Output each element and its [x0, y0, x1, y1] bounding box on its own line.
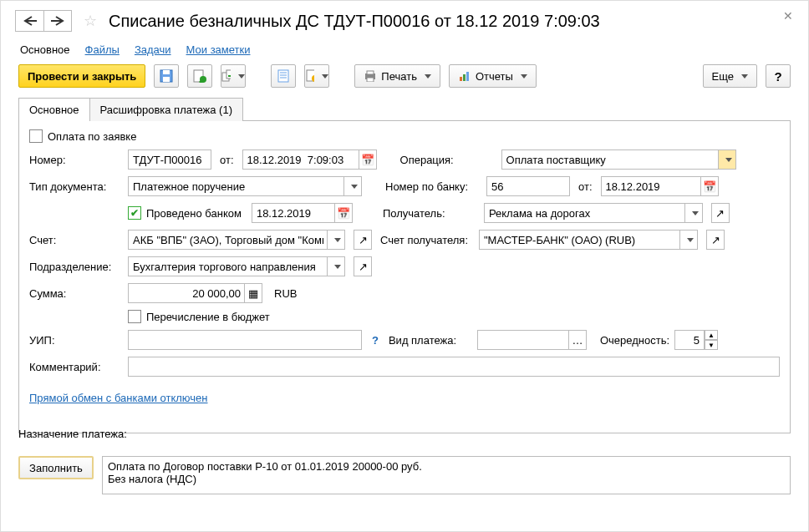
svg-point-6	[200, 76, 206, 83]
bank-done-checkbox[interactable]	[128, 206, 141, 220]
arrow-left-icon	[23, 16, 38, 26]
pay-type-input[interactable]	[477, 330, 569, 350]
arrow-right-icon	[50, 16, 65, 26]
tab-details[interactable]: Расшифровка платежа (1)	[89, 98, 243, 121]
attach-button[interactable]	[304, 64, 329, 88]
calendar-icon[interactable]: 📅	[359, 149, 377, 170]
subnav-tasks[interactable]: Задачи	[135, 43, 171, 56]
svg-rect-9	[278, 70, 288, 82]
pay-by-request-label: Оплата по заявке	[48, 130, 136, 143]
sum-input[interactable]	[128, 283, 245, 303]
recipient-acc-label: Счет получателя:	[380, 234, 474, 246]
svg-rect-17	[367, 78, 374, 82]
pay-type-label: Вид платежа:	[389, 334, 472, 347]
tab-main[interactable]: Основное	[18, 98, 90, 121]
post-button[interactable]	[187, 64, 212, 88]
bank-date-input[interactable]	[601, 176, 701, 196]
favorite-icon[interactable]: ☆	[84, 12, 97, 30]
purpose-textarea[interactable]	[102, 456, 791, 494]
number-input[interactable]	[128, 149, 211, 170]
more-button[interactable]: Еще	[703, 64, 757, 88]
post-icon	[193, 69, 206, 83]
list-button[interactable]	[271, 64, 296, 88]
svg-rect-3	[163, 70, 170, 74]
pay-by-request-checkbox[interactable]	[29, 129, 43, 143]
currency-label: RUB	[274, 287, 297, 300]
link-docs-icon	[221, 69, 231, 83]
bank-no-label: Номер по банку:	[385, 180, 481, 193]
svg-rect-4	[163, 77, 170, 82]
fill-button[interactable]: Заполнить	[18, 456, 94, 479]
dept-label: Подразделение:	[29, 261, 123, 273]
dept-input[interactable]	[128, 256, 328, 276]
recipient-acc-input[interactable]	[479, 230, 680, 250]
purpose-label: Назначение платежа:	[18, 428, 127, 440]
bank-date-calendar-icon[interactable]: 📅	[700, 176, 719, 196]
svg-rect-20	[466, 72, 469, 81]
recipient-input[interactable]	[484, 203, 685, 223]
close-icon[interactable]: ✕	[783, 9, 793, 23]
recipient-acc-dropdown-icon[interactable]	[679, 230, 698, 250]
account-dropdown-icon[interactable]	[327, 230, 345, 250]
from-label-1: от:	[220, 154, 234, 166]
recipient-open-icon[interactable]: ↗	[711, 203, 730, 223]
attach-icon	[305, 69, 314, 83]
recipient-label: Получатель:	[383, 207, 479, 220]
subnav-notes[interactable]: Мои заметки	[186, 43, 251, 56]
svg-rect-19	[463, 74, 466, 81]
dept-open-icon[interactable]: ↗	[354, 256, 372, 276]
from-label-2: от:	[578, 180, 593, 193]
bank-done-calendar-icon[interactable]: 📅	[334, 203, 353, 223]
priority-down-icon[interactable]: ▼	[705, 340, 718, 350]
priority-up-icon[interactable]: ▲	[705, 330, 718, 340]
uip-label: УИП:	[29, 334, 123, 347]
subnav-files[interactable]: Файлы	[85, 43, 120, 56]
number-label: Номер:	[29, 154, 123, 166]
post-and-close-button[interactable]: Провести и закрыть	[18, 64, 145, 88]
priority-input[interactable]	[674, 330, 705, 350]
print-button[interactable]: Печать	[354, 64, 440, 88]
doctype-dropdown-icon[interactable]	[343, 176, 362, 196]
datetime-input[interactable]	[242, 149, 359, 170]
bank-no-input[interactable]	[486, 176, 570, 196]
recipient-dropdown-icon[interactable]	[684, 203, 703, 223]
doctype-label: Тип документа:	[29, 180, 123, 193]
reports-button[interactable]: Отчеты	[449, 64, 537, 88]
svg-rect-16	[367, 71, 374, 74]
account-open-icon[interactable]: ↗	[354, 230, 372, 250]
dept-dropdown-icon[interactable]	[327, 256, 345, 276]
page-title: Списание безналичных ДС ТДУТ-П00016 от 1…	[109, 12, 600, 31]
to-budget-checkbox[interactable]	[128, 310, 141, 323]
reports-icon	[458, 70, 471, 82]
list-icon	[277, 69, 289, 83]
comment-input[interactable]	[128, 357, 780, 377]
save-button[interactable]	[154, 64, 179, 88]
pay-type-select-icon[interactable]: …	[568, 330, 587, 350]
comment-label: Комментарий:	[29, 361, 123, 373]
calculator-icon[interactable]: ▦	[244, 283, 262, 303]
subnav-main[interactable]: Основное	[20, 43, 70, 56]
save-icon	[160, 69, 173, 83]
help-button[interactable]: ?	[766, 64, 791, 88]
priority-label: Очередность:	[600, 334, 669, 347]
print-icon	[364, 70, 377, 82]
account-label: Счет:	[29, 234, 123, 246]
bank-done-label: Проведено банком	[146, 207, 242, 220]
uip-input[interactable]	[128, 330, 362, 350]
recipient-acc-open-icon[interactable]: ↗	[706, 230, 725, 250]
sum-label: Сумма:	[29, 287, 123, 300]
operation-label: Операция:	[400, 154, 496, 166]
svg-rect-18	[460, 77, 462, 81]
account-input[interactable]	[128, 230, 328, 250]
bank-exchange-link[interactable]: Прямой обмен с банками отключен	[29, 392, 208, 404]
create-based-on-button[interactable]	[221, 64, 246, 88]
operation-dropdown-icon[interactable]	[718, 149, 736, 170]
forward-button[interactable]	[43, 10, 72, 32]
operation-input[interactable]	[501, 149, 719, 170]
bank-done-date-input[interactable]	[252, 203, 335, 223]
to-budget-label: Перечисление в бюджет	[146, 311, 270, 323]
uip-help-icon[interactable]: ?	[372, 334, 379, 347]
svg-rect-8	[226, 70, 231, 79]
back-button[interactable]	[15, 10, 43, 32]
doctype-input[interactable]	[128, 176, 344, 196]
